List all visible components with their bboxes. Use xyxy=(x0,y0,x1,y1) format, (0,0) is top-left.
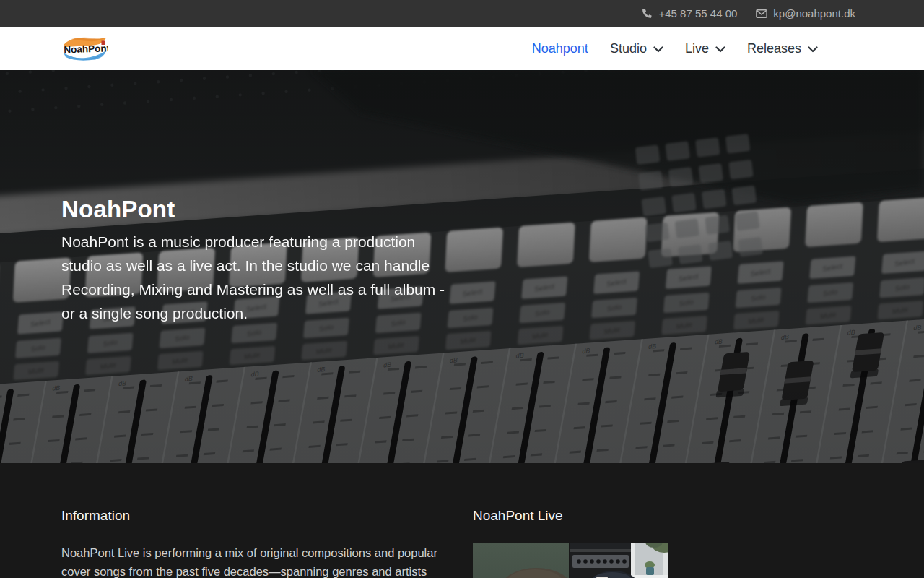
envelope-icon xyxy=(756,9,767,19)
footer-info-text: NoahPont Live is performing a mix of ori… xyxy=(61,543,451,578)
noahpont-logo-icon: NoahPont xyxy=(61,35,108,61)
chevron-down-icon xyxy=(653,46,663,53)
main-nav: Noahpont Studio Live Releases xyxy=(532,41,818,56)
hero-content: NoahPont NoahPont is a music producer fe… xyxy=(0,70,924,325)
hero-section: SelectSelectSelectSelectSelectSelectSele… xyxy=(0,70,924,463)
navbar: NoahPont Noahpont Studio Live Releases xyxy=(0,27,924,70)
nav-item-releases[interactable]: Releases xyxy=(747,41,818,56)
footer-information-column: Information NoahPont Live is performing … xyxy=(61,508,451,578)
nav-item-noahpont[interactable]: Noahpont xyxy=(532,41,588,56)
logo[interactable]: NoahPont xyxy=(61,35,108,61)
nav-item-studio[interactable]: Studio xyxy=(610,41,663,56)
chevron-down-icon xyxy=(715,46,725,53)
phone-link[interactable]: +45 87 55 44 00 xyxy=(642,7,737,20)
footer: Information NoahPont Live is performing … xyxy=(0,463,924,578)
footer-live-column: NoahPont Live xyxy=(473,508,863,578)
topbar: +45 87 55 44 00 kp@noahpont.dk xyxy=(0,0,924,27)
svg-text:NoahPont: NoahPont xyxy=(64,43,108,55)
email-address: kp@noahpont.dk xyxy=(773,7,855,20)
band-photo-portrait-green xyxy=(473,543,569,578)
band-photos xyxy=(473,543,863,578)
chevron-down-icon xyxy=(808,46,818,53)
nav-item-live[interactable]: Live xyxy=(685,41,725,56)
hero-description: NoahPont is a music producer featuring a… xyxy=(61,230,457,325)
hero-title: NoahPont xyxy=(61,196,924,223)
email-link[interactable]: kp@noahpont.dk xyxy=(756,7,855,20)
phone-icon xyxy=(642,8,653,19)
footer-info-heading: Information xyxy=(61,508,451,524)
footer-live-heading: NoahPont Live xyxy=(473,508,863,524)
phone-number: +45 87 55 44 00 xyxy=(658,7,737,20)
band-photo-cap-microphone xyxy=(570,543,668,578)
